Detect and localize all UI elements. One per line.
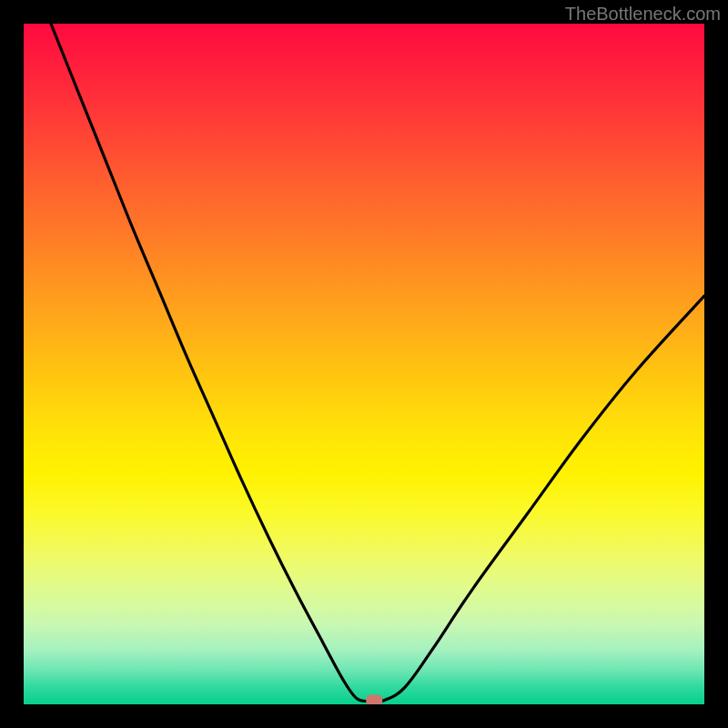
chart-container: TheBottleneck.com xyxy=(0,0,728,728)
curve-svg xyxy=(24,24,704,704)
watermark-text: TheBottleneck.com xyxy=(565,4,721,25)
plot-area xyxy=(24,24,704,704)
optimum-marker xyxy=(366,695,382,704)
bottleneck-curve xyxy=(51,24,704,702)
